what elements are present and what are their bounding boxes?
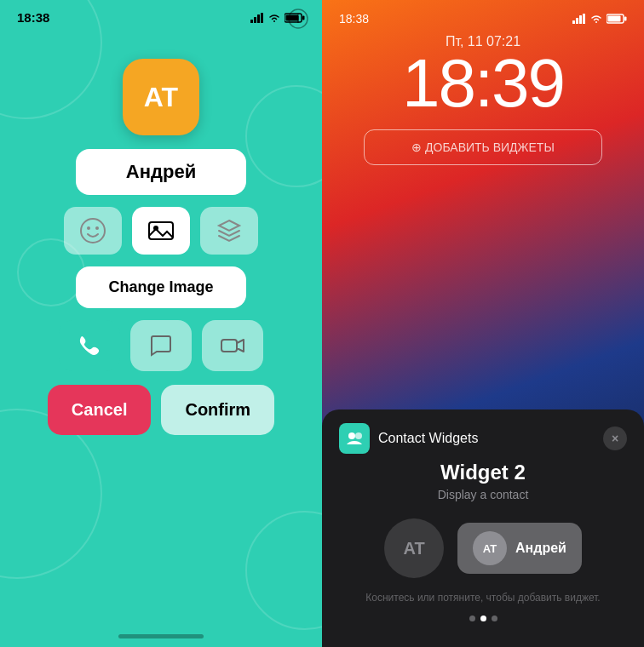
bottom-sheet: Contact Widgets × Widget 2 Display a con… [322,409,644,647]
video-button[interactable] [202,320,263,371]
avatar-container: AT [123,59,199,135]
svg-rect-16 [576,18,578,24]
svg-rect-21 [608,16,621,22]
svg-rect-2 [257,14,260,23]
svg-rect-12 [149,222,173,239]
lock-wifi-icon [590,14,602,24]
left-phone: 18:38 i [0,0,322,647]
svg-rect-17 [579,15,582,24]
svg-point-22 [348,432,355,439]
sheet-pagination-dots [339,616,627,621]
action-icons-row [59,320,263,371]
svg-rect-1 [254,17,256,23]
widget-options-row: AT AT Андрей [339,518,627,578]
sheet-close-button[interactable]: × [603,427,627,450]
cancel-button[interactable]: Cancel [48,385,152,435]
avatar: AT [123,59,199,135]
info-button[interactable]: i [288,9,308,29]
status-bar: 18:38 [0,0,322,25]
svg-point-10 [87,226,90,230]
lock-status-bar: 18:38 [322,0,644,26]
contact-name-display: Андрей [76,149,246,195]
bottom-buttons: Cancel Confirm [48,385,274,435]
svg-point-11 [95,226,99,230]
dot-3 [492,616,497,621]
widget-empty-option[interactable]: AT [384,518,444,578]
widget-contact-name: Андрей [515,541,566,556]
change-image-button[interactable]: Change Image [76,266,246,308]
svg-rect-18 [583,14,585,24]
confirm-button[interactable]: Confirm [161,385,274,435]
dot-1 [469,616,475,621]
status-time: 18:38 [17,10,49,25]
svg-point-9 [81,219,105,243]
signal-icon [250,13,264,23]
sheet-app-icon [339,423,370,454]
image-icon [147,217,175,244]
svg-text:i: i [296,12,300,26]
add-widgets-button[interactable]: ⊕ ДОБАВИТЬ ВИДЖЕТЫ [364,129,602,165]
video-icon [220,333,245,358]
message-button[interactable] [130,320,192,371]
home-indicator [118,634,204,638]
smiley-icon [79,217,106,244]
sheet-header: Contact Widgets × [339,423,627,454]
dot-2 [480,616,486,621]
layers-icon [216,217,243,244]
svg-rect-14 [221,340,237,352]
lock-status-time: 18:38 [339,12,369,26]
lock-battery-icon [607,14,627,24]
sheet-widget-subtitle: Display a contact [339,488,627,501]
sheet-app-info: Contact Widgets [339,423,478,454]
emoji-style-icon[interactable] [64,207,122,255]
lock-screen-content: Пт, 11 07:21 18:39 ⊕ ДОБАВИТЬ ВИДЖЕТЫ [322,26,644,165]
sheet-app-name: Contact Widgets [378,431,478,446]
svg-rect-0 [250,20,253,23]
contact-widgets-icon [345,429,364,448]
svg-rect-3 [261,13,263,23]
widget-avatar: AT [473,531,507,565]
sheet-hint: Коснитесь или потяните, чтобы добавить в… [339,592,627,604]
layers-style-icon[interactable] [200,207,258,255]
lock-time: 18:39 [402,49,564,117]
lock-status-icons [572,14,627,24]
right-phone: 18:38 Пт, 11 07:21 18:39 [322,0,644,647]
lock-date: Пт, 11 07:21 [446,34,520,49]
wifi-icon [268,13,280,23]
call-button[interactable] [59,320,120,371]
sheet-widget-title: Widget 2 [339,461,627,484]
svg-rect-20 [624,17,627,21]
phone-icon [77,333,102,358]
image-style-icon[interactable] [132,207,190,255]
message-icon [148,333,174,358]
style-icon-row [64,207,258,255]
widget-filled-option[interactable]: AT Андрей [457,523,582,574]
svg-rect-15 [572,20,575,24]
svg-point-23 [355,432,362,439]
lock-signal-icon [572,14,586,24]
